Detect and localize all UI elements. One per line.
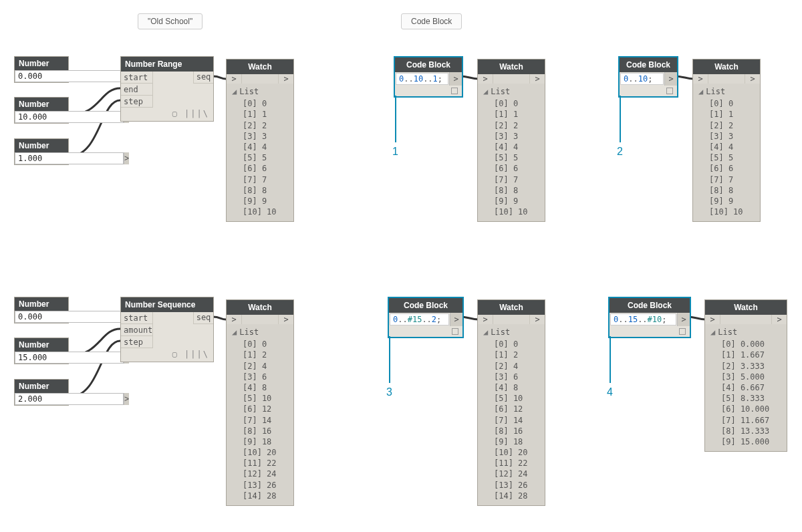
output-port[interactable]: > (124, 152, 129, 164)
node-title: Watch (478, 59, 545, 74)
output-port[interactable]: > (529, 315, 545, 324)
callout-line (395, 96, 396, 142)
code-block-node-4[interactable]: Code Block 0..15..#10;> (608, 297, 691, 338)
input-port[interactable]: > (478, 315, 493, 324)
input-port-start[interactable]: start (121, 72, 153, 84)
number-range-node[interactable]: Number Range start end step seq ▢ |||\ (120, 56, 214, 122)
preview-icon (666, 88, 673, 94)
code-input[interactable]: 0..15..#10; (610, 313, 676, 325)
output-port[interactable]: > (771, 315, 787, 324)
callout-line (620, 96, 621, 142)
node-title: Number (15, 338, 68, 352)
code-input[interactable]: 0..10; (620, 73, 664, 85)
callout-line (610, 336, 611, 383)
input-port[interactable]: > (227, 74, 242, 84)
number-node-start[interactable]: Number > (14, 56, 69, 83)
label-code-block: Code Block (401, 13, 462, 29)
watch-rows: [0] 0[1] 1[2] 2[3] 3[4] 4[5] 5[6] 6[7] 7… (232, 98, 291, 217)
node-title: Watch (227, 59, 293, 74)
input-port-step[interactable]: step (121, 96, 153, 108)
node-title: Code Block (389, 298, 462, 313)
watch-rows: [0] 0[1] 1[2] 2[3] 3[4] 4[5] 5[6] 6[7] 7… (698, 98, 757, 217)
output-port-seq[interactable]: seq (193, 72, 213, 84)
node-title: Code Block (395, 57, 462, 72)
lacing-icon: ▢ |||\ (172, 109, 209, 118)
node-title: Watch (693, 59, 760, 74)
watch-node[interactable]: Watch >> ◢List[0] 0[1] 2[2] 4[3] 6[4] 8[… (226, 299, 294, 506)
preview-icon (452, 328, 458, 335)
preview-icon (451, 88, 458, 94)
input-port[interactable]: > (693, 74, 708, 84)
number-node-amount[interactable]: Number > (14, 338, 69, 364)
node-title: Watch (227, 300, 293, 315)
watch-node[interactable]: Watch >> ◢List[0] 0[1] 1[2] 2[3] 3[4] 4[… (692, 59, 761, 222)
expand-icon[interactable]: ◢ (232, 327, 237, 338)
node-title: Number (15, 57, 68, 70)
number-node-step[interactable]: Number > (14, 138, 69, 165)
watch-rows: [0] 0[1] 2[2] 4[3] 6[4] 8[5] 10[6] 12[7]… (483, 339, 542, 501)
node-title: Number (15, 139, 68, 152)
node-title: Code Block (610, 298, 690, 313)
input-port-start[interactable]: start (121, 312, 153, 324)
node-title: Number (15, 98, 68, 111)
watch-node[interactable]: Watch >> ◢List[0] 0.000[1] 1.667[2] 3.33… (704, 299, 787, 452)
number-input[interactable] (15, 393, 124, 405)
watch-node[interactable]: Watch >> ◢List[0] 0[1] 2[2] 4[3] 6[4] 8[… (477, 299, 545, 506)
number-sequence-node[interactable]: Number Sequence start amount step seq ▢ … (120, 297, 214, 362)
input-port[interactable]: > (227, 315, 242, 324)
number-input[interactable] (15, 111, 124, 123)
output-port[interactable]: > (449, 72, 462, 86)
output-port[interactable]: > (278, 315, 293, 324)
callout-2: 2 (617, 146, 623, 158)
output-port[interactable]: > (450, 313, 462, 326)
output-port[interactable]: > (664, 72, 677, 86)
input-port[interactable]: > (705, 315, 720, 324)
node-title: Number (15, 380, 68, 393)
watch-node[interactable]: Watch >> ◢List[0] 0[1] 1[2] 2[3] 3[4] 4[… (477, 59, 545, 222)
watch-node[interactable]: Watch >> ◢List [0] 0[1] 1[2] 2[3] 3[4] 4… (226, 59, 294, 222)
output-port[interactable]: > (745, 74, 760, 84)
number-input[interactable] (15, 70, 124, 82)
node-title: Number Sequence (121, 297, 213, 312)
code-input[interactable]: 0..10..1; (396, 73, 448, 85)
output-port[interactable]: > (677, 313, 690, 326)
code-block-node-1[interactable]: Code Block 0..10..1;> (394, 56, 463, 98)
input-port-end[interactable]: end (121, 84, 153, 96)
expand-icon[interactable]: ◢ (232, 86, 237, 97)
number-input[interactable] (15, 152, 124, 164)
watch-rows: [0] 0[1] 2[2] 4[3] 6[4] 8[5] 10[6] 12[7]… (232, 339, 291, 501)
output-port[interactable]: > (278, 74, 293, 84)
callout-line (389, 336, 390, 383)
code-input[interactable]: 0..#15..2; (390, 313, 449, 325)
node-title: Number Range (121, 57, 213, 72)
input-port-amount[interactable]: amount (121, 324, 153, 336)
callout-3: 3 (386, 386, 392, 398)
expand-icon[interactable]: ◢ (698, 86, 703, 97)
number-node-end[interactable]: Number > (14, 97, 69, 124)
number-node-step[interactable]: Number > (14, 379, 69, 406)
number-node-start[interactable]: Number > (14, 297, 69, 323)
node-title: Code Block (620, 57, 677, 72)
expand-icon[interactable]: ◢ (710, 327, 715, 338)
watch-rows: [0] 0[1] 1[2] 2[3] 3[4] 4[5] 5[6] 6[7] 7… (483, 98, 542, 217)
node-title: Watch (705, 300, 787, 315)
code-block-node-2[interactable]: Code Block 0..10;> (618, 56, 678, 98)
expand-icon[interactable]: ◢ (483, 327, 488, 338)
number-input[interactable] (15, 352, 124, 364)
node-title: Watch (478, 300, 545, 315)
input-port[interactable]: > (478, 74, 493, 84)
callout-1: 1 (392, 146, 398, 158)
output-port-seq[interactable]: seq (193, 312, 213, 324)
input-port-step[interactable]: step (121, 336, 153, 348)
output-port[interactable]: > (529, 74, 545, 84)
callout-4: 4 (607, 386, 613, 398)
label-old-school: "Old School" (138, 13, 203, 29)
number-input[interactable] (15, 311, 124, 323)
watch-rows: [0] 0.000[1] 1.667[2] 3.333[3] 5.000[4] … (710, 339, 784, 447)
list-label: List (239, 87, 259, 96)
output-port[interactable]: > (124, 393, 129, 405)
preview-icon (679, 328, 686, 335)
expand-icon[interactable]: ◢ (483, 86, 488, 97)
lacing-icon: ▢ |||\ (172, 350, 209, 359)
code-block-node-3[interactable]: Code Block 0..#15..2;> (388, 297, 464, 338)
